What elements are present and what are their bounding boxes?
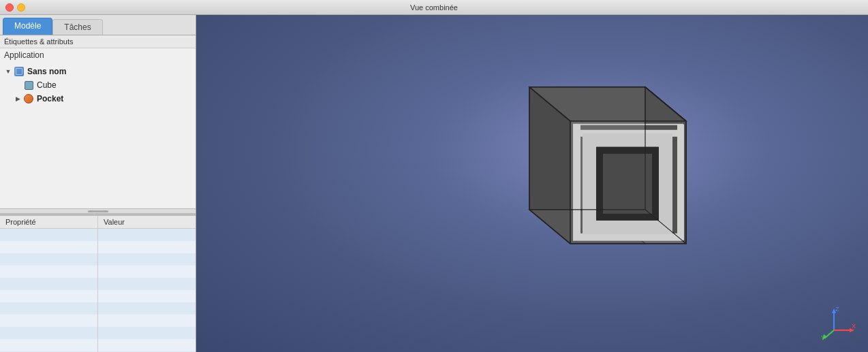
3d-viewport[interactable]: Z X Y bbox=[196, 15, 868, 352]
table-row bbox=[0, 315, 196, 327]
table-row bbox=[0, 290, 196, 302]
svg-rect-13 bbox=[603, 153, 652, 213]
prop-cell-val bbox=[98, 339, 196, 351]
tree-item-sans-nom[interactable]: ▼ Sans nom bbox=[0, 65, 196, 78]
prop-cell-key bbox=[0, 327, 98, 339]
title-bar: Vue combinée bbox=[0, 0, 868, 15]
prop-cell-key bbox=[0, 253, 98, 266]
svg-text:X: X bbox=[852, 323, 856, 330]
tree-item-cube[interactable]: Cube bbox=[0, 78, 196, 92]
tab-bar: Modèle Tâches bbox=[0, 15, 196, 35]
prop-cell-val bbox=[98, 278, 196, 290]
svg-line-33 bbox=[824, 330, 834, 338]
tree-item-pocket[interactable]: ▶ Pocket bbox=[0, 92, 196, 106]
cube-svg bbox=[489, 66, 707, 277]
window-controls bbox=[5, 3, 25, 12]
close-button[interactable] bbox=[5, 3, 14, 12]
svg-marker-8 bbox=[574, 124, 580, 240]
table-row bbox=[0, 339, 196, 351]
table-row bbox=[0, 241, 196, 253]
prop-cell-key bbox=[0, 266, 98, 278]
tree-toggle-pocket[interactable]: ▶ bbox=[14, 95, 22, 103]
properties-header: Propriété Valeur bbox=[0, 216, 196, 229]
table-row bbox=[0, 229, 196, 241]
tree-toggle-sans-nom[interactable]: ▼ bbox=[4, 67, 12, 76]
prop-cell-key bbox=[0, 315, 98, 327]
lower-panel: Propriété Valeur bbox=[0, 216, 196, 352]
prop-cell-val bbox=[98, 327, 196, 339]
prop-cell-val bbox=[98, 315, 196, 327]
table-row bbox=[0, 327, 196, 339]
main-layout: Modèle Tâches Étiquettes & attributs App… bbox=[0, 15, 868, 352]
table-row bbox=[0, 278, 196, 290]
tree-area: ▼ Sans nom Cube ▶ bbox=[0, 62, 196, 208]
tab-taches[interactable]: Tâches bbox=[52, 19, 102, 35]
prop-cell-val bbox=[98, 302, 196, 315]
doc-icon bbox=[14, 66, 25, 77]
prop-cell-val bbox=[98, 266, 196, 278]
table-row bbox=[0, 266, 196, 278]
svg-marker-9 bbox=[677, 124, 684, 240]
cube-icon bbox=[23, 80, 34, 91]
prop-cell-key bbox=[0, 229, 98, 241]
prop-cell-key bbox=[0, 241, 98, 253]
prop-cell-val bbox=[98, 290, 196, 302]
section-header: Étiquettes & attributs bbox=[0, 35, 196, 48]
property-col-header: Propriété bbox=[0, 216, 98, 228]
axis-svg: Z X Y bbox=[820, 304, 858, 342]
upper-panel: Étiquettes & attributs Application ▼ San… bbox=[0, 35, 196, 216]
svg-text:Z: Z bbox=[835, 306, 839, 313]
table-row bbox=[0, 253, 196, 266]
property-rows bbox=[0, 229, 196, 352]
tree-label-sans-nom: Sans nom bbox=[27, 67, 66, 76]
axis-indicator: Z X Y bbox=[820, 304, 854, 338]
pocket-icon bbox=[23, 93, 34, 104]
tab-modele[interactable]: Modèle bbox=[3, 18, 52, 35]
prop-cell-key bbox=[0, 290, 98, 302]
prop-cell-val bbox=[98, 241, 196, 253]
sub-header: Application bbox=[0, 48, 196, 62]
prop-cell-key bbox=[0, 278, 98, 290]
3d-cube bbox=[489, 66, 707, 279]
divider-handle bbox=[88, 210, 108, 212]
prop-cell-val bbox=[98, 229, 196, 241]
prop-cell-key bbox=[0, 339, 98, 351]
tree-label-cube: Cube bbox=[37, 80, 57, 90]
svg-marker-7 bbox=[579, 233, 677, 240]
table-row bbox=[0, 302, 196, 315]
prop-cell-val bbox=[98, 253, 196, 266]
left-panel: Modèle Tâches Étiquettes & attributs App… bbox=[0, 15, 196, 352]
value-col-header: Valeur bbox=[98, 216, 196, 228]
tree-label-pocket: Pocket bbox=[37, 94, 63, 103]
tree-toggle-cube bbox=[14, 81, 22, 89]
prop-cell-key bbox=[0, 302, 98, 315]
panel-divider[interactable] bbox=[0, 208, 196, 214]
window-title: Vue combinée bbox=[410, 3, 458, 12]
svg-text:Y: Y bbox=[821, 334, 825, 341]
minimize-button[interactable] bbox=[17, 3, 25, 12]
